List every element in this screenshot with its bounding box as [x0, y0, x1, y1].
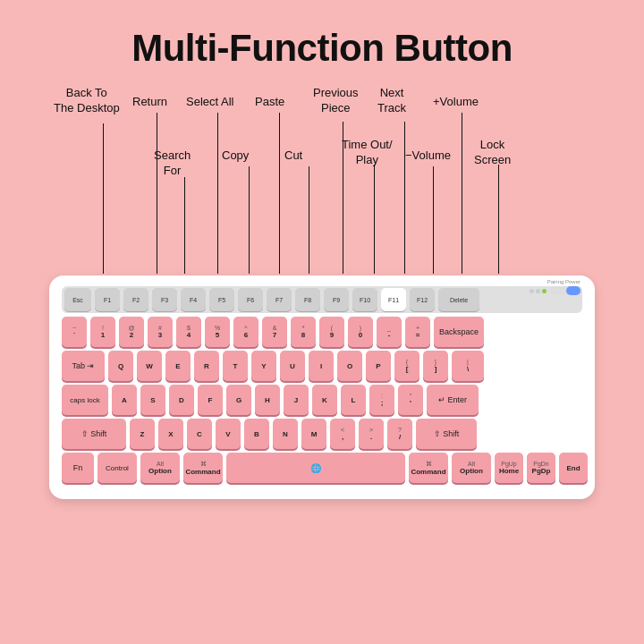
key-x[interactable]: X [158, 419, 183, 449]
key-period[interactable]: >. [359, 419, 384, 449]
key-f6[interactable]: F6 [238, 288, 263, 311]
key-backspace[interactable]: Backspace [434, 317, 484, 347]
key-8[interactable]: *8 [291, 317, 316, 347]
key-quote[interactable]: "' [398, 385, 423, 415]
key-f10[interactable]: F10 [352, 288, 377, 311]
key-5[interactable]: %5 [205, 317, 230, 347]
key-command-right[interactable]: ⌘Command [409, 453, 448, 483]
key-7[interactable]: &7 [262, 317, 287, 347]
key-f2[interactable]: F2 [123, 288, 148, 311]
key-f7[interactable]: F7 [267, 288, 292, 311]
key-d[interactable]: D [169, 385, 194, 415]
function-row: Esc F1 F2 F3 F4 F5 F6 F7 F8 F9 F10 F11 F… [62, 286, 582, 313]
key-t[interactable]: T [223, 351, 248, 381]
vline-paste [279, 113, 280, 274]
key-shift-right[interactable]: ⇧ Shift [416, 419, 477, 449]
key-v[interactable]: V [216, 419, 241, 449]
zxcv-row: ⇧ Shift Z X C V B N M <, >. ?/ ⇧ Shift [62, 419, 582, 449]
key-e[interactable]: E [165, 351, 191, 381]
key-q[interactable]: Q [108, 351, 133, 381]
key-delete[interactable]: Delete [438, 288, 479, 311]
key-rbracket[interactable]: }] [423, 351, 448, 381]
key-backtick[interactable]: ~` [62, 317, 87, 347]
key-equals[interactable]: += [405, 317, 430, 347]
key-esc[interactable]: Esc [64, 288, 91, 311]
key-9[interactable]: (9 [319, 317, 344, 347]
key-r[interactable]: R [194, 351, 219, 381]
key-command-left[interactable]: ⌘Command [183, 453, 223, 483]
key-z[interactable]: Z [130, 419, 155, 449]
key-w[interactable]: W [137, 351, 162, 381]
key-a[interactable]: A [112, 385, 137, 415]
key-1[interactable]: !1 [90, 317, 115, 347]
label-return: Return [132, 95, 167, 110]
key-m[interactable]: M [301, 419, 326, 449]
vline-back-to-desktop [103, 123, 104, 274]
key-4[interactable]: $4 [176, 317, 201, 347]
key-f[interactable]: F [198, 385, 223, 415]
key-k[interactable]: K [312, 385, 337, 415]
bottom-row: Fn Control AltOption ⌘Command 🌐 ⌘Command… [62, 453, 582, 483]
label-search-for: Search For [154, 148, 191, 179]
key-f9[interactable]: F9 [324, 288, 349, 311]
diagram-area: Back To The Desktop Return Select All Pa… [0, 79, 644, 275]
key-home-pgup[interactable]: PgUpHome [495, 453, 523, 483]
key-tab[interactable]: Tab ⇥ [62, 351, 105, 381]
key-u[interactable]: U [280, 351, 305, 381]
key-enter[interactable]: ↵ Enter [427, 385, 479, 415]
key-option-left[interactable]: AltOption [140, 453, 180, 483]
key-6[interactable]: ^6 [233, 317, 258, 347]
key-fn[interactable]: Fn [62, 453, 94, 483]
vline-copy [249, 166, 250, 274]
label-plus-volume: +Volume [433, 95, 479, 110]
key-end[interactable]: End [559, 453, 588, 483]
key-f8[interactable]: F8 [295, 288, 320, 311]
key-backslash[interactable]: |\ [452, 351, 484, 381]
vline-return [157, 113, 157, 274]
key-capslock[interactable]: caps lock [62, 385, 108, 415]
key-f5[interactable]: F5 [209, 288, 234, 311]
key-comma[interactable]: <, [330, 419, 355, 449]
key-f11[interactable]: F11 [381, 288, 406, 311]
key-f12[interactable]: F12 [410, 288, 435, 311]
key-g[interactable]: G [226, 385, 251, 415]
label-time-out-play: Time Out/ Play [342, 138, 393, 168]
key-option-right[interactable]: AltOption [452, 453, 491, 483]
key-2[interactable]: @2 [119, 317, 144, 347]
key-0[interactable]: )0 [348, 317, 373, 347]
key-f3[interactable]: F3 [152, 288, 177, 311]
key-slash[interactable]: ?/ [387, 419, 412, 449]
asdf-row: caps lock A S D F G H J K L :; "' ↵ Ente… [62, 385, 582, 415]
label-copy: Copy [222, 148, 249, 164]
label-next-track: Next Track [377, 86, 406, 116]
key-o[interactable]: O [337, 351, 362, 381]
key-b[interactable]: B [244, 419, 269, 449]
label-previous-piece: Previous Piece [313, 86, 359, 116]
vline-time-out-play [374, 165, 375, 274]
key-f1[interactable]: F1 [95, 288, 120, 311]
key-j[interactable]: J [284, 385, 309, 415]
key-semicolon[interactable]: :; [369, 385, 394, 415]
key-s[interactable]: S [140, 385, 165, 415]
key-shift-left[interactable]: ⇧ Shift [62, 419, 126, 449]
key-l[interactable]: L [341, 385, 366, 415]
vline-plus-volume [462, 113, 462, 274]
key-p[interactable]: P [366, 351, 391, 381]
key-f4[interactable]: F4 [181, 288, 206, 311]
label-back-to-desktop: Back To The Desktop [54, 86, 120, 116]
label-paste: Paste [255, 95, 284, 110]
key-lbracket[interactable]: {[ [394, 351, 419, 381]
key-h[interactable]: H [255, 385, 280, 415]
label-minus-volume: −Volume [405, 148, 451, 164]
key-y[interactable]: Y [251, 351, 276, 381]
qwerty-row: Tab ⇥ Q W E R T Y U I O P {[ }] |\ [62, 351, 582, 381]
key-space[interactable]: 🌐 [226, 453, 405, 483]
key-control[interactable]: Control [97, 453, 137, 483]
key-n[interactable]: N [273, 419, 298, 449]
key-c[interactable]: C [187, 419, 212, 449]
key-minus[interactable]: _- [377, 317, 402, 347]
key-3[interactable]: #3 [148, 317, 173, 347]
key-pgdn[interactable]: PgDnPgDp [527, 453, 555, 483]
keyboard: Pairing Power Esc F1 F2 F3 [0, 275, 644, 499]
key-i[interactable]: I [309, 351, 334, 381]
